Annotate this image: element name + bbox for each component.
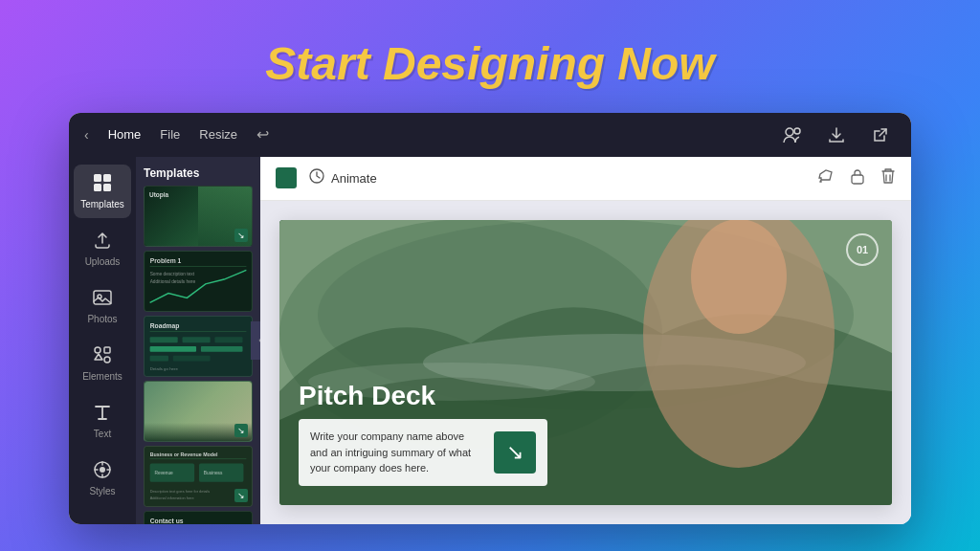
top-bar: ‹ Home File Resize ↩ [69,113,911,157]
sidebar-item-uploads[interactable]: Uploads [74,222,131,276]
canvas-content: 01 Pitch Deck Write your company name ab… [260,201,911,524]
svg-rect-4 [94,184,101,191]
templates-icon [92,172,113,196]
slide-canvas[interactable]: 01 Pitch Deck Write your company name ab… [279,220,892,505]
color-swatch[interactable] [276,167,297,188]
styles-icon [92,459,113,483]
slide-content-box: Pitch Deck Write your company name above… [299,382,547,485]
thumb-1-label: Utopia [149,191,168,198]
share-icon[interactable] [865,120,896,150]
svg-point-52 [691,220,787,334]
svg-rect-10 [104,357,110,363]
sidebar-item-photos[interactable]: Photos [74,279,131,333]
svg-rect-26 [150,355,168,361]
elements-icon [92,344,113,368]
templates-panel: Templates Utopia ↘ Problem 1 Some descri… [136,157,260,524]
svg-text:Description text goes here for: Description text goes here for details [150,489,211,494]
template-thumb-business[interactable]: Business or Revenue Model Revenue Busine… [144,446,253,507]
svg-rect-6 [94,291,111,304]
app-window: ‹ Home File Resize ↩ [69,113,911,524]
download-icon[interactable] [821,120,852,150]
template-thumb-utopia[interactable]: Utopia ↘ [144,186,253,247]
photos-label: Photos [87,314,117,325]
slide-arrow-icon: ↘ [494,431,536,474]
svg-text:Some description text: Some description text [150,272,195,276]
thumb-4-arrow: ↘ [234,424,248,437]
animate-button[interactable]: Animate [308,167,377,188]
nav-file[interactable]: File [160,127,180,142]
headline: Start Designing Now [265,28,714,90]
text-label: Text [94,429,111,440]
panel-header: Templates [136,157,260,186]
text-icon [92,402,113,426]
thumb-5-arrow: ↘ [234,489,248,502]
svg-text:Business or Revenue Model: Business or Revenue Model [150,451,218,456]
panel-collapse-button[interactable]: ‹ [251,321,260,360]
slide-description-box: Write your company name above and an int… [299,419,547,486]
main-content: Templates Uploads [69,157,911,524]
left-sidebar: Templates Uploads [69,157,136,524]
template-thumb-roadmap[interactable]: Roadmap Details go here [144,316,253,377]
nav-resize[interactable]: Resize [199,127,237,142]
chevron-left-icon[interactable]: ‹ [84,127,89,143]
uploads-label: Uploads [85,256,121,268]
svg-text:Business: Business [204,471,223,475]
undo-icon[interactable]: ↩ [256,125,269,143]
svg-rect-2 [94,174,101,182]
svg-text:Revenue: Revenue [154,471,173,475]
template-thumb-contact[interactable]: Contact us email@company.com +1 234 567 … [144,511,253,524]
template-thumbnails: Utopia ↘ Problem 1 Some description text… [136,186,260,524]
slide-number: 01 [846,233,879,266]
elements-label: Elements [82,371,122,383]
svg-rect-24 [150,346,196,352]
sidebar-item-elements[interactable]: Elements [74,337,131,390]
svg-point-0 [786,128,793,136]
sidebar-item-styles[interactable]: Styles [74,452,131,505]
sidebar-item-text[interactable]: Text [74,394,131,448]
toolbar-right [817,167,896,189]
svg-rect-3 [103,174,111,182]
slide-title: Pitch Deck [299,382,547,411]
animate-label: Animate [331,171,377,186]
uploads-icon [92,230,113,253]
top-bar-left: ‹ Home File Resize ↩ [84,125,758,143]
svg-rect-9 [104,347,110,353]
templates-label: Templates [80,199,124,210]
svg-rect-21 [150,337,178,342]
svg-rect-23 [214,337,242,342]
nav-home[interactable]: Home [108,127,142,142]
svg-text:Problem 1: Problem 1 [150,256,182,263]
svg-text:Details go here: Details go here [150,366,179,371]
svg-point-8 [95,347,100,353]
canvas-toolbar: Animate [260,157,911,201]
svg-rect-25 [201,346,243,352]
thumb-1-arrow: ↘ [234,229,248,242]
svg-rect-5 [103,184,111,191]
collaborate-icon[interactable] [777,120,808,150]
sidebar-item-templates[interactable]: Templates [74,165,131,218]
delete-icon[interactable] [880,167,896,189]
paint-icon[interactable] [817,167,835,189]
template-thumb-traction[interactable]: Problem 1 Some description text Addition… [144,251,253,312]
top-bar-right [777,120,896,150]
slide-description: Write your company name above and an int… [310,429,484,476]
template-thumb-photo[interactable]: ↘ [144,381,253,442]
animate-icon [308,167,325,188]
svg-point-12 [100,467,105,473]
photos-icon [92,287,113,311]
svg-rect-45 [852,175,863,184]
pitch-deck-slide: 01 Pitch Deck Write your company name ab… [279,220,892,505]
lock-icon[interactable] [850,167,865,189]
svg-text:Roadmap: Roadmap [150,321,180,329]
svg-rect-27 [173,355,211,361]
svg-text:Additional information here: Additional information here [150,496,194,500]
svg-text:Additional details here: Additional details here [150,278,196,283]
svg-point-1 [794,128,800,134]
styles-label: Styles [89,486,115,497]
svg-rect-22 [183,337,211,342]
canvas-area: Animate [260,157,911,524]
svg-text:Contact us: Contact us [150,517,184,523]
